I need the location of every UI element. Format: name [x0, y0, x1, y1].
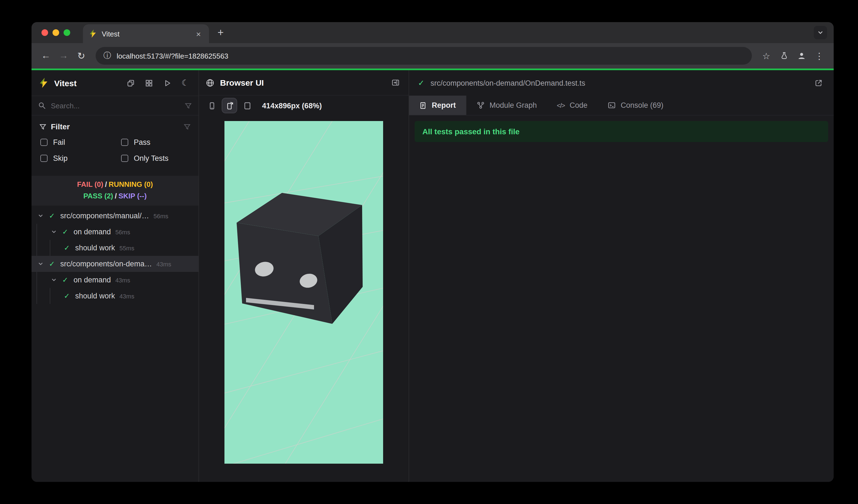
dashboard-panels-icon[interactable]: [124, 76, 137, 90]
tab-search-button[interactable]: [814, 26, 827, 39]
tree-item-label: src/components/manual/…: [60, 212, 149, 220]
checkbox-icon: [121, 155, 128, 162]
minimize-window-button[interactable]: [52, 29, 59, 36]
browser-ui-panel: Browser UI: [199, 70, 409, 482]
tab-code[interactable]: </> Code: [547, 96, 597, 115]
tree-item-label: src/components/on-dema…: [60, 260, 152, 268]
filter-section: Filter Fail Pass: [32, 115, 198, 170]
tab-label: Module Graph: [490, 101, 537, 110]
fail-count: FAIL (0): [77, 180, 104, 189]
tree-row-test[interactable]: ✓ should work 55ms: [32, 240, 198, 256]
bookmark-star-icon[interactable]: ☆: [759, 48, 774, 64]
filter-title: Filter: [51, 122, 179, 131]
filter-header: Filter: [39, 122, 191, 131]
tree-item-time: 43ms: [115, 277, 130, 283]
tree-item-time: 43ms: [157, 261, 171, 267]
summary-separator: /: [113, 192, 118, 200]
filter-funnel-icon[interactable]: [185, 102, 192, 109]
back-button[interactable]: ←: [38, 48, 54, 64]
search-input[interactable]: [51, 101, 180, 110]
tab-console[interactable]: Console (69): [597, 96, 673, 115]
reload-button[interactable]: ↻: [74, 48, 89, 64]
filter-checkbox-only-tests[interactable]: Only Tests: [121, 154, 191, 162]
report-header: ✓ src/components/on-demand/OnDemand.test…: [409, 70, 834, 96]
browser-tab[interactable]: Vitest ×: [83, 24, 209, 43]
tab-label: Report: [432, 101, 456, 110]
clear-filter-icon[interactable]: [184, 123, 191, 130]
filter-checkbox-skip[interactable]: Skip: [41, 154, 121, 162]
external-link-icon[interactable]: [812, 76, 825, 90]
indent-guide: [50, 240, 63, 256]
chevron-down-icon[interactable]: [50, 276, 58, 284]
tree-item-time: 43ms: [120, 293, 134, 299]
check-icon: ✓: [48, 260, 56, 268]
chevron-down-icon[interactable]: [36, 212, 44, 220]
tab-label: Console (69): [621, 101, 663, 110]
indent-guide: [36, 272, 50, 288]
checkbox-label: Skip: [53, 154, 68, 162]
globe-icon: [206, 78, 214, 87]
report-doc-icon: [419, 101, 427, 109]
tree-item-time: 56ms: [154, 212, 168, 219]
tests-passed-banner: All tests passed in this file: [415, 121, 828, 142]
running-count: RUNNING (0): [109, 180, 153, 189]
filter-options: Fail Pass Skip Only Tests: [39, 138, 191, 162]
device-mobile-icon[interactable]: [205, 98, 219, 113]
tab-report[interactable]: Report: [409, 96, 466, 115]
check-icon: ✓: [61, 276, 69, 284]
device-tablet-icon[interactable]: [240, 98, 254, 113]
app-title: Vitest: [54, 78, 119, 87]
chevron-down-icon[interactable]: [36, 260, 44, 268]
check-icon: ✓: [61, 228, 69, 236]
close-tab-icon[interactable]: ×: [193, 29, 204, 39]
filter-checkbox-pass[interactable]: Pass: [121, 138, 191, 146]
grid-view-icon[interactable]: [142, 76, 155, 90]
forward-button[interactable]: →: [56, 48, 71, 64]
checkbox-icon: [41, 155, 48, 162]
tree-row-suite[interactable]: ✓ on demand 56ms: [32, 224, 198, 240]
site-info-icon[interactable]: ⓘ: [104, 51, 111, 61]
code-icon: </>: [557, 101, 565, 109]
tree-item-time: 56ms: [115, 228, 130, 235]
indent-guide: [36, 224, 50, 240]
sidebar-header: Vitest: [32, 70, 198, 96]
console-icon: [607, 101, 616, 110]
report-tab-bar: Report Module Graph </> Code: [409, 96, 834, 115]
tester-iframe[interactable]: [224, 121, 383, 464]
browser-window: Vitest × + ← → ↻ ⓘ localhost:5173/#/?fil…: [32, 22, 834, 482]
tab-title: Vitest: [102, 30, 189, 38]
address-bar[interactable]: ⓘ localhost:5173/#/?file=1828625563: [96, 47, 752, 65]
tree-row-suite[interactable]: ✓ on demand 43ms: [32, 272, 198, 288]
labs-flask-icon[interactable]: [776, 48, 792, 64]
screen: Vitest × + ← → ↻ ⓘ localhost:5173/#/?fil…: [0, 0, 858, 504]
close-window-button[interactable]: [42, 29, 48, 36]
robot-cube-scene: [224, 121, 383, 464]
browser-toolbar: ← → ↻ ⓘ localhost:5173/#/?file=182862556…: [32, 43, 834, 68]
theme-toggle-moon-icon[interactable]: ☾: [178, 76, 192, 90]
check-icon: ✓: [63, 292, 71, 300]
vitest-ui: Vitest: [32, 70, 834, 482]
panel-right-icon[interactable]: [388, 76, 402, 89]
new-tab-button[interactable]: +: [213, 26, 228, 40]
checkbox-label: Fail: [53, 138, 65, 146]
tab-label: Code: [570, 101, 588, 110]
filter-checkbox-fail[interactable]: Fail: [41, 138, 121, 146]
viewport-toolbar: 414x896px (68%): [199, 96, 409, 115]
tree-row-test[interactable]: ✓ should work 43ms: [32, 288, 198, 304]
profile-avatar-icon[interactable]: [794, 48, 809, 64]
browser-ui-header: Browser UI: [199, 70, 409, 96]
browser-menu-icon[interactable]: ⋮: [812, 48, 827, 64]
zoom-window-button[interactable]: [64, 29, 70, 36]
tree-item-label: should work: [75, 244, 115, 252]
vitest-logo-icon: [38, 77, 49, 88]
chevron-down-icon[interactable]: [50, 228, 58, 236]
tab-module-graph[interactable]: Module Graph: [466, 96, 547, 115]
device-rotate-icon[interactable]: [222, 98, 237, 113]
run-all-tests-icon[interactable]: [160, 76, 174, 90]
summary-line-1: FAIL (0)/RUNNING (0): [32, 179, 198, 190]
tree-row-file-selected[interactable]: ✓ src/components/on-dema… 43ms: [32, 256, 198, 272]
check-icon: ✓: [48, 212, 56, 220]
tree-row-file[interactable]: ✓ src/components/manual/… 56ms: [32, 208, 198, 224]
browser-ui-title: Browser UI: [220, 78, 383, 87]
checkbox-label: Pass: [134, 138, 150, 146]
